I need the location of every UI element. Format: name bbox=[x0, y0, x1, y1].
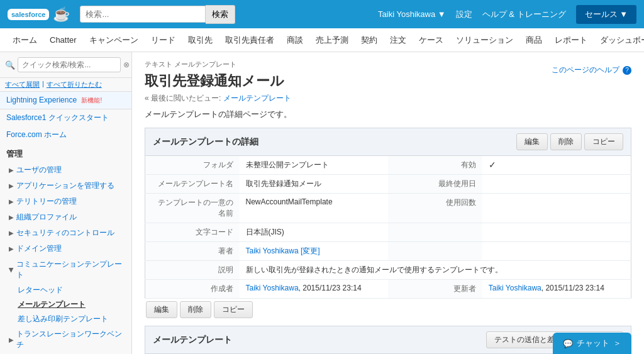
arrow-icon: ▶ bbox=[9, 336, 14, 343]
chat-label: チャット bbox=[577, 338, 609, 349]
field-value-updated: Taiki Yoshikawa, 2015/11/23 23:14 bbox=[482, 280, 631, 299]
sales-button[interactable]: セールス ▼ bbox=[576, 5, 636, 24]
sidebar-item-security[interactable]: ▶ セキュリティのコントロール bbox=[0, 225, 131, 241]
nav-report[interactable]: レポート bbox=[548, 28, 594, 52]
field-label-use-count: 使用回数 bbox=[388, 194, 482, 223]
nav-case[interactable]: ケース bbox=[413, 28, 450, 52]
detail-table: フォルダ 未整理公開テンプレート 有効 ✓ メールテンプレート名 取引先登録通知… bbox=[145, 156, 631, 299]
last-view-link[interactable]: メールテンプレート bbox=[223, 94, 291, 102]
sidebar-item-translation[interactable]: ▶ トランスレーションワークベンチ bbox=[0, 326, 131, 353]
sidebar-sub-print-template[interactable]: 差し込み印刷テンプレート bbox=[0, 312, 131, 326]
table-row: メールテンプレート名 取引先登録通知メール 最終使用日 bbox=[145, 175, 631, 194]
field-value-folder: 未整理公開テンプレート bbox=[240, 156, 388, 175]
nav-contact[interactable]: 取引先責任者 bbox=[219, 28, 280, 52]
field-label-unique-name: テンプレートの一意の名前 bbox=[145, 194, 240, 223]
table-row: 文字コード 日本語(JIS) bbox=[145, 223, 631, 242]
expand-all-link[interactable]: すべて展開 bbox=[5, 80, 40, 89]
header-right: Taiki Yoshikawa ▼ 設定 ヘルプ & トレーニング セールス ▼ bbox=[378, 5, 636, 24]
edit-button-top[interactable]: 編集 bbox=[516, 133, 548, 150]
arrow-icon: ▶ bbox=[9, 214, 14, 221]
sidebar-search-btn[interactable]: ⊗ bbox=[123, 60, 130, 69]
nav-opportunity[interactable]: 商談 bbox=[280, 28, 309, 52]
field-label-author: 著者 bbox=[145, 242, 240, 261]
lightning-experience-link[interactable]: Lightning Experience 新機能! bbox=[0, 92, 131, 109]
field-label-desc: 説明 bbox=[145, 261, 240, 280]
nav-forecast[interactable]: 売上予測 bbox=[309, 28, 355, 52]
nav-order[interactable]: 注文 bbox=[384, 28, 413, 52]
copy-button-bottom[interactable]: コピー bbox=[214, 301, 253, 318]
top-header: salesforce ☕ 検索 Taiki Yoshikawa ▼ 設定 ヘルプ… bbox=[0, 0, 644, 28]
arrow-icon: ▶ bbox=[9, 230, 14, 236]
chat-arrow: ＞ bbox=[613, 338, 621, 349]
field-value-desc: 新しい取引先が登録されたときの通知メールで使用するテンプレートです。 bbox=[240, 261, 631, 280]
search-button[interactable]: 検索 bbox=[206, 5, 235, 24]
last-view: « 最後に閲いたビュー: メールテンプレート bbox=[145, 93, 292, 104]
table-row: テンプレートの一意の名前 NewAccountMailTemplate 使用回数 bbox=[145, 194, 631, 223]
help-link[interactable]: ヘルプ & トレーニング bbox=[482, 9, 566, 20]
arrow-icon: ▶ bbox=[9, 182, 14, 189]
table-row: 説明 新しい取引先が登録されたときの通知メールで使用するテンプレートです。 bbox=[145, 261, 631, 280]
checkmark-icon: ✓ bbox=[489, 160, 496, 170]
nav-contract[interactable]: 契約 bbox=[355, 28, 384, 52]
breadcrumb: テキスト メールテンプレート bbox=[145, 60, 292, 69]
delete-button-top[interactable]: 削除 bbox=[550, 133, 582, 150]
nav-campaign[interactable]: キャンペーン bbox=[83, 28, 145, 52]
chat-widget[interactable]: 💬 チャット ＞ bbox=[553, 333, 631, 354]
sidebar-search-area: 🔍 ⊗ bbox=[0, 52, 131, 78]
field-label-empty2 bbox=[388, 242, 482, 261]
nav-lead[interactable]: リード bbox=[145, 28, 182, 52]
sidebar-item-org-profile[interactable]: ▶ 組織プロファイル bbox=[0, 209, 131, 225]
sidebar-item-app[interactable]: ▶ アプリケーションを管理する bbox=[0, 178, 131, 194]
force-home-link[interactable]: Force.com ホーム bbox=[0, 126, 131, 143]
sidebar-item-comm-template[interactable]: ▶ コミュニケーションテンプレート bbox=[0, 257, 131, 283]
nav-solution[interactable]: ソリューション bbox=[450, 28, 519, 52]
sidebar-manage-section: 管理 bbox=[0, 143, 131, 162]
page-title: 取引先登録通知メール bbox=[145, 72, 292, 91]
arrow-icon: ▶ bbox=[9, 198, 14, 205]
delete-button-bottom[interactable]: 削除 bbox=[180, 301, 211, 318]
field-label-updated: 更新者 bbox=[388, 280, 482, 299]
sidebar-sub-letterhead[interactable]: レターヘッド bbox=[0, 283, 131, 297]
field-label-charset: 文字コード bbox=[145, 223, 240, 242]
copy-button-top[interactable]: コピー bbox=[584, 133, 623, 150]
search-input[interactable] bbox=[80, 6, 206, 23]
change-link[interactable]: [変更] bbox=[301, 246, 320, 255]
user-menu[interactable]: Taiki Yoshikawa ▼ bbox=[378, 9, 446, 19]
edit-button-bottom[interactable]: 編集 bbox=[146, 301, 177, 318]
nav-home[interactable]: ホーム bbox=[6, 28, 43, 52]
search-area: 検索 bbox=[80, 5, 378, 24]
sidebar-item-territory[interactable]: ▶ テリトリーの管理 bbox=[0, 194, 131, 209]
updated-by-link[interactable]: Taiki Yoshikawa bbox=[489, 284, 541, 292]
sidebar-search-input[interactable] bbox=[18, 57, 121, 72]
field-label-template-name: メールテンプレート名 bbox=[145, 175, 240, 194]
content-area: テキスト メールテンプレート 取引先登録通知メール « 最後に閲いたビュー: メ… bbox=[132, 52, 644, 354]
sidebar-item-domain[interactable]: ▶ ドメイン管理 bbox=[0, 241, 131, 257]
arrow-icon: ▶ bbox=[9, 167, 14, 174]
arrow-icon: ▶ bbox=[9, 245, 14, 252]
main-layout: 🔍 ⊗ すべて展開 | すべて折りたたむ Lightning Experienc… bbox=[0, 52, 644, 354]
sidebar-toggle: すべて展開 | すべて折りたたむ bbox=[0, 78, 131, 92]
nav-dashboard[interactable]: ダッシュボード bbox=[594, 28, 644, 52]
field-label-last-used: 最終使用日 bbox=[388, 175, 482, 194]
chat-icon: 💬 bbox=[563, 339, 573, 348]
field-value-charset: 日本語(JIS) bbox=[240, 223, 388, 242]
salesforce-logo: salesforce bbox=[8, 9, 49, 20]
sidebar-item-user[interactable]: ▶ ユーザの管理 bbox=[0, 162, 131, 178]
settings-link[interactable]: 設定 bbox=[456, 9, 472, 20]
nav-account[interactable]: 取引先 bbox=[182, 28, 219, 52]
nav-product[interactable]: 商品 bbox=[519, 28, 548, 52]
page-help-link[interactable]: このページのヘルプ ? bbox=[552, 65, 631, 75]
sidebar-sub-mail-template[interactable]: メールテンプレート bbox=[0, 297, 131, 312]
coffee-icon: ☕ bbox=[53, 6, 70, 23]
collapse-all-link[interactable]: すべて折りたたむ bbox=[47, 80, 102, 89]
field-value-valid: ✓ bbox=[482, 156, 631, 175]
field-label-created: 作成者 bbox=[145, 280, 240, 299]
created-by-link[interactable]: Taiki Yoshikawa bbox=[246, 284, 299, 292]
nav-chatter[interactable]: Chatter bbox=[43, 28, 83, 52]
field-value-unique-name: NewAccountMailTemplate bbox=[240, 194, 388, 223]
salesforce1-quickstart-link[interactable]: Salesforce1 クイックスタート bbox=[0, 109, 131, 126]
author-link[interactable]: Taiki Yoshikawa bbox=[246, 246, 299, 255]
search-icon: 🔍 bbox=[5, 60, 15, 70]
arrow-icon: ▶ bbox=[8, 267, 15, 272]
field-label-folder: フォルダ bbox=[145, 156, 240, 175]
